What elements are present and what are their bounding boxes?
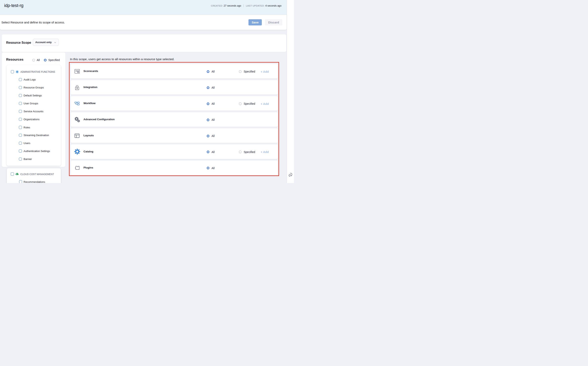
- svg-text:$: $: [16, 174, 17, 175]
